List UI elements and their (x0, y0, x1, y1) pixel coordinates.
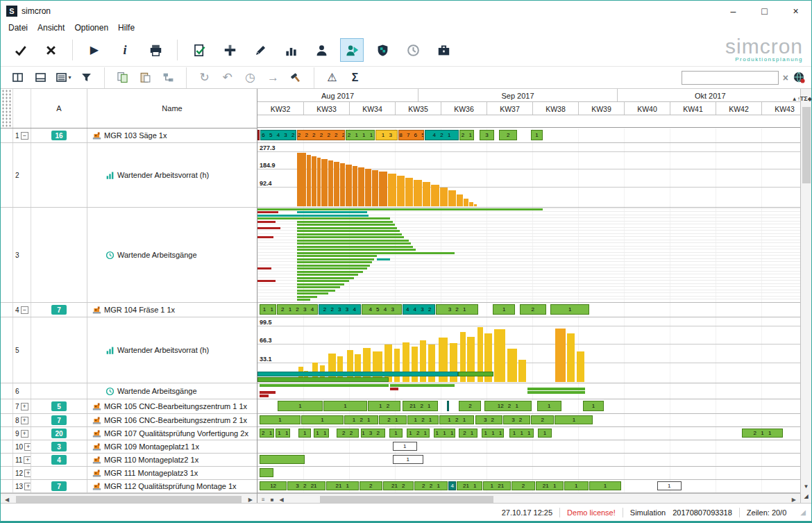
operation-block[interactable]: 2 1 (260, 429, 274, 438)
operation-block[interactable]: 2 (511, 481, 534, 490)
operation-block[interactable]: 6 5 4 3 2 (260, 130, 296, 140)
operation-block[interactable]: 21 1 (326, 481, 359, 490)
network-icon[interactable] (793, 71, 806, 84)
fit-view-icon[interactable]: ◆ (808, 94, 811, 104)
operation-block[interactable]: 21 1 (536, 481, 564, 490)
operation-block[interactable] (260, 468, 273, 477)
operation-block[interactable]: 2 2 (337, 429, 359, 438)
machine-tool-icon[interactable] (218, 38, 242, 62)
operation-block[interactable]: 2 1 2 3 4 (277, 304, 317, 315)
resources-icon[interactable] (310, 38, 333, 62)
expand-icon[interactable]: + (21, 417, 28, 424)
operation-block[interactable]: 1 2 1 (407, 415, 439, 424)
chart-row[interactable]: 277.3184.992.4 (257, 143, 800, 208)
minimize-button[interactable]: – (718, 1, 749, 21)
left-horizontal-scrollbar[interactable]: ◀ ▶ (1, 493, 257, 503)
chart-row[interactable] (257, 383, 800, 399)
copy-icon[interactable] (113, 69, 132, 86)
operation-block[interactable]: 21 2 (383, 481, 414, 490)
week-cell[interactable]: KW38 (532, 102, 578, 115)
menu-item-optionen[interactable]: Optionen (69, 22, 113, 33)
operation-block[interactable]: 4 (448, 481, 456, 490)
operation-block[interactable]: 1 (564, 481, 589, 490)
shield-icon[interactable] (371, 38, 394, 62)
toolbox-icon[interactable] (432, 38, 455, 62)
table-row[interactable]: 11+4MGR 110 Montageplatz2 1x (1, 454, 257, 467)
chart-row[interactable]: 1 (257, 440, 800, 454)
table-row[interactable]: 1−16MGR 103 Säge 1x (1, 128, 257, 143)
chart-row[interactable] (257, 467, 800, 480)
operation-block[interactable]: 1 1 1 (509, 429, 534, 438)
scrollbar-thumb[interactable] (16, 496, 242, 504)
operation-block[interactable]: 1 (589, 481, 622, 490)
operation-block[interactable]: 1 2 1 (407, 429, 430, 438)
chart-row[interactable]: 99.566.333.1 (257, 317, 800, 383)
drag-handle[interactable] (1, 89, 13, 128)
table-row[interactable]: 12+MGR 111 Montageplatz3 1x (1, 467, 257, 480)
resize-grip[interactable]: ◢ (800, 508, 806, 516)
operation-block[interactable]: 1 1 (260, 304, 276, 315)
operation-block[interactable]: 2 1 (379, 415, 407, 424)
expand-icon[interactable]: + (21, 430, 28, 438)
table-row[interactable]: 4−7MGR 104 Fräse 1 1x (1, 303, 257, 317)
row-name-cell[interactable]: Wartende Arbeitsgänge (87, 383, 257, 399)
operation-block[interactable]: 4 5 4 3 (362, 304, 402, 315)
operation-block[interactable]: 21 2 1 (403, 401, 439, 411)
operation-block[interactable]: 1 2 1 (344, 415, 378, 424)
warning-icon[interactable]: ⚠ (323, 69, 341, 86)
row-name-cell[interactable]: MGR 105 CNC-Bearbeitungszentrum 1 1x (87, 399, 257, 413)
week-cell[interactable]: KW34 (349, 102, 395, 115)
operation-block[interactable]: 2 (499, 130, 516, 140)
resource-planning-icon[interactable] (340, 38, 364, 62)
scrollbar-track[interactable] (287, 496, 789, 504)
row-name-cell[interactable]: MGR 110 Montageplatz2 1x (87, 454, 257, 466)
chart-row[interactable]: 111 2 12 11 2 11 2 13 23 221 (257, 414, 800, 427)
operation-block[interactable]: 1 (393, 455, 423, 464)
operation-block[interactable]: 1 1 (314, 429, 330, 438)
operation-block[interactable]: 1 (260, 415, 300, 424)
expand-icon[interactable]: + (24, 443, 31, 451)
chart-horizontal-scrollbar[interactable]: ≡ ■ ◀ ▶ (257, 493, 800, 503)
operation-block[interactable]: 2 (531, 415, 554, 424)
operation-block[interactable]: 2 (459, 401, 481, 411)
expand-icon[interactable]: + (21, 403, 28, 410)
sum-icon[interactable]: Σ (346, 69, 364, 86)
row-name-cell[interactable]: MGR 106 CNC-Bearbeitungszentrum 2 1x (87, 414, 257, 426)
operation-block[interactable]: 1 (493, 304, 515, 315)
expand-icon[interactable]: + (24, 470, 31, 477)
menu-item-datei[interactable]: Datei (3, 22, 33, 33)
row-name-cell[interactable]: Wartender Arbeitsvorrat (h) (87, 317, 257, 383)
table-row[interactable]: 7+5MGR 105 CNC-Bearbeitungszentrum 1 1x (1, 399, 257, 414)
layout-columns-icon[interactable] (8, 69, 27, 86)
operation-block[interactable]: 1 (537, 401, 561, 411)
clear-search-icon[interactable]: × (783, 72, 788, 83)
operation-block[interactable]: 1 (583, 401, 604, 411)
operation-block[interactable]: 1 (393, 442, 417, 451)
menu-item-ansicht[interactable]: Ansicht (33, 22, 69, 33)
operation-block[interactable]: 1 (301, 415, 344, 424)
table-row[interactable]: 2Wartender Arbeitsvorrat (h) (1, 143, 257, 208)
edit-icon[interactable] (248, 38, 272, 62)
operation-block[interactable]: 1 1 (276, 429, 290, 438)
table-row[interactable]: 3Wartende Arbeitsgänge (1, 208, 257, 303)
chart-row[interactable]: 6 5 4 3 22 2 2 2 2 2 2 192 1 1 11 38 7 6… (257, 128, 800, 143)
operation-block[interactable]: 12 2 1 (484, 401, 532, 411)
operation-block[interactable]: 2 1 (459, 130, 474, 140)
table-row[interactable]: 5Wartender Arbeitsvorrat (h) (1, 317, 257, 383)
operation-block[interactable]: 1 (538, 429, 552, 438)
column-header-name[interactable]: Name (87, 89, 257, 128)
collapse-icon[interactable]: − (21, 306, 28, 314)
operation-block[interactable]: 1 2 1 (439, 415, 474, 424)
chart-row[interactable]: 1 12 1 2 3 42 2 3 3 44 5 4 34 4 3 23 2 1… (257, 303, 800, 317)
operation-block[interactable] (257, 130, 260, 140)
table-row[interactable]: 9+20MGR 107 Qualitätsprüfung Vorfertigun… (1, 427, 257, 440)
row-name-cell[interactable]: MGR 111 Montageplatz3 1x (87, 467, 257, 479)
layout-list-icon[interactable]: ▾ (54, 69, 73, 86)
operation-block[interactable]: 1 3 2 1 (361, 429, 385, 438)
row-name-cell[interactable]: MGR 109 Montageplatz1 1x (87, 440, 257, 453)
scrollbar-track[interactable] (12, 496, 246, 504)
operation-block[interactable]: 12 (260, 481, 287, 490)
week-cell[interactable]: KW42 (716, 102, 761, 115)
operation-block[interactable]: 2 2 2 2 2 2 2 19 (297, 130, 345, 140)
operation-block[interactable] (447, 401, 450, 411)
